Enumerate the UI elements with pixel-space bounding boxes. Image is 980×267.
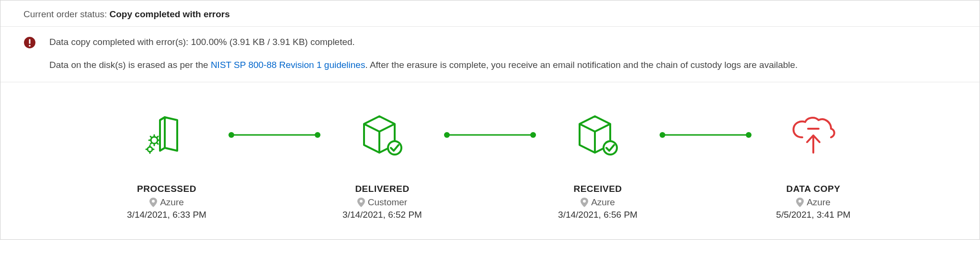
- stage-title: DELIVERED: [322, 184, 442, 194]
- stage-data-copy: DATA COPY Azure 5/5/2021, 3:41 PM: [753, 111, 873, 220]
- svg-line-13: [150, 143, 152, 144]
- timeline: PROCESSED Azure 3/14/2021, 6:33 PM: [0, 82, 980, 239]
- stage-location: Azure: [538, 197, 658, 208]
- svg-line-11: [150, 136, 152, 138]
- order-status-panel: Current order status: Copy completed wit…: [0, 0, 980, 240]
- stage-time: 3/14/2021, 6:56 PM: [538, 210, 658, 220]
- status-label: Current order status:: [23, 9, 110, 19]
- svg-point-34: [583, 200, 586, 202]
- data-copy-icon: [753, 111, 873, 159]
- stage-location-text: Customer: [368, 197, 407, 208]
- svg-point-27: [360, 200, 363, 202]
- svg-point-2: [29, 45, 31, 47]
- svg-point-30: [530, 132, 536, 138]
- stage-location-text: Azure: [160, 197, 184, 208]
- error-icon: [23, 36, 36, 49]
- delivered-icon: [322, 111, 442, 159]
- processed-icon: [107, 111, 227, 159]
- stage-title: RECEIVED: [538, 184, 658, 194]
- nist-guidelines-link[interactable]: NIST SP 800-88 Revision 1 guidelines: [211, 60, 365, 70]
- info-block: Data copy completed with error(s): 100.0…: [0, 27, 980, 82]
- connector: [227, 111, 322, 159]
- location-pin-icon: [796, 198, 804, 207]
- location-pin-icon: [581, 198, 588, 207]
- svg-point-40: [798, 200, 801, 202]
- stage-processed: PROCESSED Azure 3/14/2021, 6:33 PM: [107, 111, 227, 220]
- svg-point-23: [315, 132, 320, 138]
- svg-point-20: [152, 200, 155, 202]
- location-pin-icon: [357, 198, 365, 207]
- status-value: Copy completed with errors: [110, 9, 230, 19]
- connector: [658, 111, 753, 159]
- stage-location: Azure: [107, 197, 227, 208]
- info-text: Data copy completed with error(s): 100.0…: [49, 35, 798, 71]
- stage-location-text: Azure: [591, 197, 615, 208]
- stage-received: RECEIVED Azure 3/14/2021, 6:56 PM: [538, 111, 658, 220]
- info-line-2-prefix: Data on the disk(s) is erased as per the: [49, 60, 211, 70]
- info-line-1: Data copy completed with error(s): 100.0…: [49, 35, 798, 49]
- stage-time: 5/5/2021, 3:41 PM: [753, 210, 873, 220]
- stage-title: PROCESSED: [107, 184, 227, 194]
- info-line-2: Data on the disk(s) is erased as per the…: [49, 58, 798, 72]
- status-line: Current order status: Copy completed wit…: [0, 0, 980, 26]
- svg-marker-4: [160, 117, 165, 151]
- svg-line-14: [157, 136, 158, 138]
- stage-location: Azure: [753, 197, 873, 208]
- stage-time: 3/14/2021, 6:52 PM: [322, 210, 442, 220]
- svg-line-12: [157, 143, 158, 144]
- stage-time: 3/14/2021, 6:33 PM: [107, 210, 227, 220]
- received-icon: [538, 111, 658, 159]
- stage-location-text: Azure: [807, 197, 831, 208]
- info-line-2-suffix: . After the erasure is complete, you rec…: [365, 60, 798, 70]
- connector: [442, 111, 538, 159]
- svg-point-37: [746, 132, 752, 138]
- stage-delivered: DELIVERED Customer 3/14/2021, 6:52 PM: [322, 111, 442, 220]
- location-pin-icon: [149, 198, 157, 207]
- stage-title: DATA COPY: [753, 184, 873, 194]
- stage-location: Customer: [322, 197, 442, 208]
- svg-marker-3: [165, 117, 177, 151]
- svg-rect-1: [29, 39, 30, 44]
